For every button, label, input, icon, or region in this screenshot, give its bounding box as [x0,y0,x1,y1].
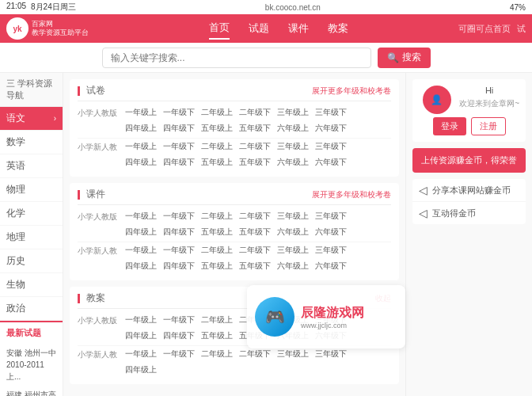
grade-link[interactable]: 三年级上 [274,244,312,257]
grade-link[interactable]: 一年级下 [160,140,198,153]
watermark-url: www.jjcljc.com [301,322,397,329]
nav-link-home[interactable]: 可圈可点首页 [458,23,511,35]
sidebar-item-chinese[interactable]: 语文 › [0,107,63,131]
grade-link[interactable]: 五年级下 [236,156,274,169]
grade-link[interactable]: 二年级下 [236,244,274,257]
sidebar-item-math[interactable]: 数学 [0,131,63,154]
grade-link[interactable]: 三年级上 [274,348,312,360]
grade-link[interactable]: 六年级上 [274,260,312,272]
upload-card[interactable]: 上传资源赚金币，得荣誉 [412,148,526,173]
grade-link[interactable]: 五年级下 [236,122,274,135]
nav-tab-home[interactable]: 首页 [209,17,230,40]
grade-link[interactable]: 二年级上 [198,210,236,223]
search-input[interactable] [102,48,371,68]
grade-link[interactable]: 六年级下 [312,226,350,238]
grade-link[interactable]: 二年级下 [236,106,274,119]
grade-link[interactable]: 四年级上 [122,260,160,272]
nav-link-extra[interactable]: 试 [517,23,526,35]
grade-link[interactable]: 二年级上 [198,140,236,153]
grade-link[interactable]: 四年级下 [160,226,198,238]
sidebar-item-history[interactable]: 历史 [0,249,63,273]
grade-link[interactable]: 三年级下 [312,210,350,223]
grade-link[interactable]: 六年级下 [312,122,350,135]
grade-link[interactable]: 一年级上 [122,244,160,257]
grade-link[interactable]: 二年级上 [198,106,236,119]
grade-link[interactable]: 四年级上 [122,156,160,169]
sidebar-item-biology[interactable]: 生物 [0,273,63,297]
grade-link[interactable]: 二年级下 [236,140,274,153]
action-share[interactable]: ◁ 分享本课网站赚金币 [412,179,526,202]
grade-link[interactable]: 一年级下 [160,210,198,223]
status-left: 21:05 8月24日周三 [6,2,76,13]
grade-link[interactable]: 一年级上 [122,106,160,119]
grade-link[interactable]: 三年级下 [312,140,350,153]
sidebar-label-politics: 政治 [6,302,25,315]
nav-tab-exam[interactable]: 试题 [249,18,269,39]
grade-link[interactable]: 四年级上 [122,122,160,135]
courseware-more-link[interactable]: 展开更多年级和校考卷 [312,189,391,200]
grade-link[interactable]: 一年级上 [122,348,160,360]
sidebar-label-biology: 生物 [6,278,25,291]
grade-link[interactable]: 一年级下 [160,348,198,360]
grade-link[interactable]: 四年级下 [160,260,198,272]
sidebar-label-physics: 物理 [6,183,25,196]
grade-link[interactable]: 四年级下 [160,156,198,169]
exam-more-link[interactable]: 展开更多年级和校考卷 [312,86,391,97]
grade-link[interactable]: 五年级上 [198,226,236,238]
search-button[interactable]: 🔍 搜索 [378,48,431,68]
grade-link[interactable]: 四年级上 [122,329,160,342]
grade-link[interactable]: 一年级下 [160,244,198,257]
date: 8月24日周三 [31,2,76,13]
sidebar-label-geography: 地理 [6,230,25,244]
register-button[interactable]: 注册 [471,117,506,135]
nav-tab-courseware[interactable]: 课件 [288,18,309,39]
grade-link[interactable]: 三年级下 [312,106,350,119]
action-interact[interactable]: ◁ 互动得金币 [412,202,526,224]
grade-link[interactable]: 三年级上 [274,140,312,153]
grade-link[interactable]: 五年级上 [198,156,236,169]
grade-link[interactable]: 一年级上 [122,314,160,326]
sidebar-item-chemistry[interactable]: 化学 [0,202,63,226]
grade-link[interactable]: 二年级上 [198,314,236,326]
grade-link[interactable]: 四年级下 [160,122,198,135]
grade-link[interactable]: 四年级上 [122,226,160,238]
grade-link[interactable]: 三年级下 [312,348,350,360]
grade-link[interactable]: 一年级上 [122,210,160,223]
grade-link[interactable]: 五年级下 [236,260,274,272]
grade-link[interactable]: 六年级上 [274,156,312,169]
grade-link[interactable]: 一年级下 [160,106,198,119]
grade-link[interactable]: 一年级下 [160,314,198,326]
action-card: ◁ 分享本课网站赚金币 ◁ 互动得金币 [412,179,526,224]
sidebar-item-physics[interactable]: 物理 [0,178,63,202]
grade-link[interactable]: 一年级上 [122,140,160,153]
grade-link[interactable]: 二年级下 [236,210,274,223]
cw-grade-links-1: 一年级上一年级下二年级上二年级下三年级上三年级下 [122,210,391,223]
auth-buttons: 登录 注册 [419,117,519,135]
grade-link[interactable]: 五年级上 [198,329,236,342]
sidebar-item-english[interactable]: 英语 [0,154,63,178]
login-button[interactable]: 登录 [433,117,466,135]
grade-link[interactable]: 二年级上 [198,244,236,257]
grade-link[interactable]: 六年级下 [312,156,350,169]
nav-tab-lesson[interactable]: 教案 [328,18,348,39]
grade-link[interactable]: 二年级上 [198,348,236,360]
grade-link[interactable]: 五年级下 [236,226,274,238]
grade-link[interactable]: 三年级下 [312,244,350,257]
grade-link[interactable]: 三年级上 [274,106,312,119]
grade-link[interactable]: 四年级下 [160,329,198,342]
grade-link[interactable]: 三年级上 [274,210,312,223]
sidebar-item-politics[interactable]: 政治 [0,297,63,321]
sidebar-item-geography[interactable]: 地理 [0,226,63,249]
grade-link[interactable]: 五年级上 [198,122,236,135]
grade-link[interactable]: 二年级下 [236,348,274,360]
action-share-label: 分享本课网站赚金币 [432,185,511,196]
grade-link[interactable]: 六年级上 [274,122,312,135]
grade-link[interactable]: 五年级上 [198,260,236,272]
grade-link[interactable]: 六年级上 [274,226,312,238]
grade-link[interactable]: 六年级下 [312,260,350,272]
exam-publisher-xinrenjiaoban: 小学新人教 一年级上一年级下二年级上二年级下三年级上三年级下 [78,140,391,153]
battery: 47% [510,3,526,12]
latest-exam-item-2[interactable]: 福建 福州市高级中学2010-... [0,386,63,396]
latest-exam-item-1[interactable]: 安徽 池州一中2010-2011上... [0,344,63,386]
grade-link[interactable]: 四年级上 [122,364,160,376]
